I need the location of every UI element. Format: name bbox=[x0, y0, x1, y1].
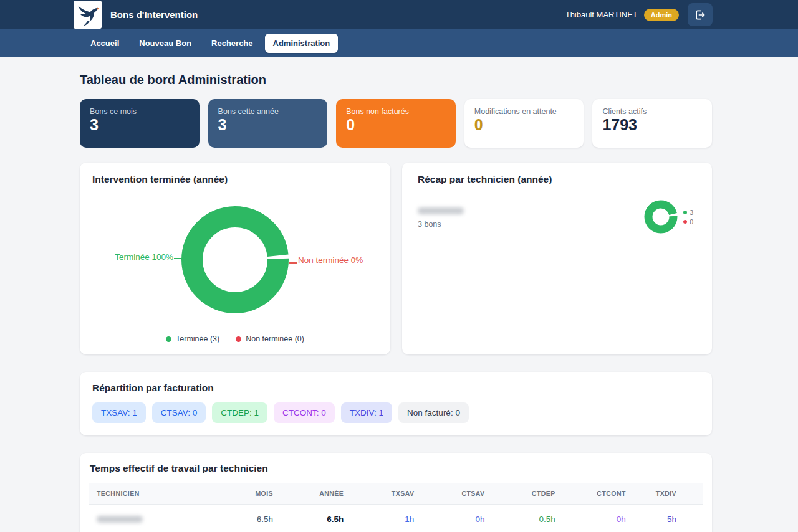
badge-non-facture: Non facturé: 0 bbox=[398, 402, 469, 423]
work-time-card: Temps effectif de travail par technicien… bbox=[80, 453, 712, 532]
stat-value: 1793 bbox=[602, 116, 702, 134]
stat-card-clients-actifs: Clients actifs 1793 bbox=[592, 99, 712, 148]
cell-technicien bbox=[89, 505, 209, 532]
nav-tab-nouveau-bon[interactable]: Nouveau Bon bbox=[131, 34, 200, 53]
stat-label: Bons ce mois bbox=[90, 107, 190, 116]
app-logo bbox=[74, 1, 102, 29]
col-txdiv: TXDIV bbox=[632, 483, 703, 505]
col-ctsav: CTSAV bbox=[420, 483, 491, 505]
mini-donut-legend: 3 0 bbox=[683, 209, 693, 226]
logout-icon bbox=[694, 9, 706, 21]
technician-name-blurred bbox=[418, 207, 464, 214]
cell-txdiv: 5h bbox=[632, 505, 703, 532]
donut-chart-icon bbox=[181, 206, 289, 313]
donut-legend: Terminée (3) Non terminée (0) bbox=[80, 335, 390, 343]
legend-label: Non terminée (0) bbox=[246, 335, 304, 343]
badge-txdiv: TXDIV: 1 bbox=[341, 402, 392, 423]
mini-legend-non-terminee: 0 bbox=[683, 218, 693, 226]
stat-card-bons-cette-annee: Bons cette année 3 bbox=[208, 99, 328, 148]
legend-item-non-terminee: Non terminée (0) bbox=[236, 335, 304, 343]
mini-donut-icon bbox=[644, 200, 678, 234]
swallow-icon bbox=[76, 3, 100, 27]
stat-label: Bons non facturés bbox=[346, 107, 446, 116]
mini-donut-chart: 3 0 bbox=[644, 200, 693, 234]
app-title: Bons d'Intervention bbox=[110, 9, 198, 20]
technician-info: 3 bons bbox=[418, 207, 464, 229]
stat-value: 3 bbox=[218, 116, 318, 134]
donut-label-terminee: Terminée 100% bbox=[111, 252, 173, 262]
legend-label: Terminée (3) bbox=[176, 335, 219, 343]
terminee-legend-dot-icon bbox=[166, 336, 171, 342]
cell-ctcont: 0h bbox=[562, 505, 632, 532]
user-name: Thibault MARTINET bbox=[565, 10, 638, 19]
col-ctcont: CTCONT bbox=[562, 483, 632, 505]
badge-ctsav: CTSAV: 0 bbox=[152, 402, 206, 423]
stat-value: 3 bbox=[90, 116, 190, 134]
col-annee: ANNÉE bbox=[279, 483, 350, 505]
col-txsav: TXSAV bbox=[350, 483, 420, 505]
donut-connector-non-terminee bbox=[289, 262, 297, 264]
recap-technicien-card: Récap par technicien (année) 3 bons 3 0 bbox=[402, 163, 712, 354]
donut-label-non-terminee: Non terminée 0% bbox=[298, 255, 363, 265]
terminee-mini-dot-icon bbox=[683, 211, 687, 214]
cell-mois: 6.5h bbox=[209, 505, 279, 532]
facturation-badges: TXSAV: 1 CTSAV: 0 CTDEP: 1 CTCONT: 0 TXD… bbox=[92, 402, 699, 423]
badge-ctcont: CTCONT: 0 bbox=[274, 402, 335, 423]
technician-bons-count: 3 bons bbox=[418, 220, 464, 229]
role-badge: Admin bbox=[644, 9, 679, 21]
stat-value: 0 bbox=[346, 116, 446, 134]
mini-legend-terminee: 3 bbox=[683, 209, 693, 216]
stat-card-modifications-en-attente: Modifications en attente 0 bbox=[464, 99, 584, 148]
logout-button[interactable] bbox=[688, 3, 713, 26]
donut-connector-terminee bbox=[174, 258, 182, 259]
col-technicien: TECHNICIEN bbox=[89, 483, 209, 505]
cell-ctsav: 0h bbox=[420, 505, 491, 532]
stat-cards-row: Bons ce mois 3 Bons cette année 3 Bons n… bbox=[80, 99, 712, 148]
nav-tab-recherche[interactable]: Recherche bbox=[203, 34, 261, 53]
main-nav: Accueil Nouveau Bon Recherche Administra… bbox=[0, 29, 798, 57]
intervention-chart-card: Intervention terminée (année) Terminée 1… bbox=[80, 163, 390, 354]
page-title: Tableau de bord Administration bbox=[80, 73, 712, 87]
table-row: 6.5h 6.5h 1h 0h 0.5h 0h 5h bbox=[89, 505, 703, 532]
chart-title: Récap par technicien (année) bbox=[418, 174, 696, 185]
cell-annee: 6.5h bbox=[279, 505, 350, 532]
stat-card-bons-ce-mois: Bons ce mois 3 bbox=[80, 99, 200, 148]
stat-card-bons-non-factures: Bons non facturés 0 bbox=[336, 99, 456, 148]
legend-item-terminee: Terminée (3) bbox=[166, 335, 219, 343]
work-time-table: TECHNICIEN MOIS ANNÉE TXSAV CTSAV CTDEP … bbox=[89, 483, 703, 532]
donut-chart bbox=[181, 206, 289, 313]
facturation-card: Répartition par facturation TXSAV: 1 CTS… bbox=[80, 372, 712, 435]
main-content: Tableau de bord Administration Bons ce m… bbox=[80, 73, 712, 532]
chart-title: Intervention terminée (année) bbox=[92, 174, 378, 185]
stat-label: Modifications en attente bbox=[474, 107, 574, 116]
work-time-title: Temps effectif de travail par technicien bbox=[89, 463, 703, 474]
app-header: Bons d'Intervention Thibault MARTINET Ad… bbox=[0, 0, 798, 29]
table-header-row: TECHNICIEN MOIS ANNÉE TXSAV CTSAV CTDEP … bbox=[89, 483, 703, 505]
cell-ctdep: 0.5h bbox=[491, 505, 562, 532]
col-mois: MOIS bbox=[209, 483, 279, 505]
badge-ctdep: CTDEP: 1 bbox=[212, 402, 267, 423]
badge-txsav: TXSAV: 1 bbox=[92, 402, 146, 423]
facturation-title: Répartition par facturation bbox=[92, 382, 699, 394]
nav-tab-administration[interactable]: Administration bbox=[265, 34, 339, 53]
cell-txsav: 1h bbox=[350, 505, 420, 532]
mini-legend-value: 0 bbox=[690, 218, 693, 226]
nav-tab-accueil[interactable]: Accueil bbox=[82, 34, 127, 53]
non-terminee-mini-dot-icon bbox=[683, 220, 687, 224]
charts-row: Intervention terminée (année) Terminée 1… bbox=[80, 163, 712, 354]
col-ctdep: CTDEP bbox=[491, 483, 562, 505]
non-terminee-legend-dot-icon bbox=[236, 336, 241, 342]
technician-name-blurred bbox=[97, 516, 143, 523]
stat-value: 0 bbox=[474, 116, 574, 134]
stat-label: Clients actifs bbox=[602, 107, 702, 116]
stat-label: Bons cette année bbox=[218, 107, 318, 116]
mini-legend-value: 3 bbox=[690, 209, 693, 216]
